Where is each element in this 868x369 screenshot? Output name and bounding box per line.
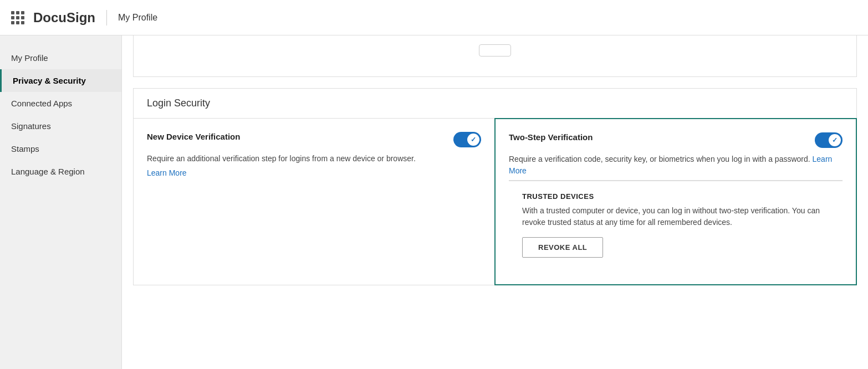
sidebar-item-stamps[interactable]: Stamps <box>0 137 121 160</box>
two-step-header: Two-Step Verification ✓ <box>509 132 843 148</box>
logo-text: DocuSign <box>33 10 95 25</box>
sidebar-item-signatures[interactable]: Signatures <box>0 115 121 137</box>
app-header: DocuSign My Profile <box>0 0 868 35</box>
toggle-check-icon-2: ✓ <box>832 136 838 144</box>
header-page-title: My Profile <box>118 13 157 23</box>
new-device-learn-more[interactable]: Learn More <box>147 168 187 177</box>
trusted-devices-section: TRUSTED DEVICES With a trusted computer … <box>509 181 843 271</box>
two-step-title: Two-Step Verification <box>509 132 593 142</box>
revoke-all-button[interactable]: REVOKE ALL <box>522 237 603 258</box>
grid-menu-icon[interactable] <box>11 11 24 24</box>
new-device-header: New Device Verification ✓ <box>147 132 481 147</box>
two-step-verification-panel: Two-Step Verification ✓ Require a veri <box>494 118 857 285</box>
two-step-top: Two-Step Verification ✓ Require a veri <box>509 132 843 181</box>
main-content: Login Security New Device Verification ✓ <box>122 35 868 369</box>
new-device-toggle[interactable]: ✓ <box>453 132 481 147</box>
toggle-track-2: ✓ <box>815 132 843 148</box>
top-partial-card <box>133 35 857 77</box>
toggle-track: ✓ <box>453 132 481 147</box>
login-security-grid: New Device Verification ✓ Require an add… <box>134 119 856 285</box>
two-step-desc: Require a verification code, security ke… <box>509 153 843 177</box>
sidebar-item-connected-apps[interactable]: Connected Apps <box>0 92 121 115</box>
trusted-devices-desc: With a trusted computer or device, you c… <box>522 205 829 228</box>
login-security-card: Login Security New Device Verification ✓ <box>133 88 857 285</box>
sidebar-item-my-profile[interactable]: My Profile <box>0 47 121 69</box>
login-security-title: Login Security <box>134 89 856 119</box>
sidebar-nav: My Profile Privacy & Security Connected … <box>0 35 122 369</box>
header-divider <box>106 10 107 25</box>
two-step-toggle[interactable]: ✓ <box>815 132 843 148</box>
toggle-thumb-2: ✓ <box>829 134 841 146</box>
partial-button[interactable] <box>479 44 511 57</box>
toggle-check-icon: ✓ <box>471 136 476 144</box>
docusign-logo: DocuSign <box>33 10 95 25</box>
sidebar-item-language-region[interactable]: Language & Region <box>0 160 121 183</box>
trusted-devices-title: TRUSTED DEVICES <box>522 192 829 201</box>
top-partial-inner <box>145 35 845 65</box>
main-layout: My Profile Privacy & Security Connected … <box>0 35 868 369</box>
toggle-thumb: ✓ <box>467 134 479 146</box>
new-device-title: New Device Verification <box>147 132 240 141</box>
new-device-verification-panel: New Device Verification ✓ Require an add… <box>134 119 495 285</box>
sidebar-item-privacy-security[interactable]: Privacy & Security <box>0 69 121 92</box>
new-device-desc: Require an additional verification step … <box>147 153 481 165</box>
